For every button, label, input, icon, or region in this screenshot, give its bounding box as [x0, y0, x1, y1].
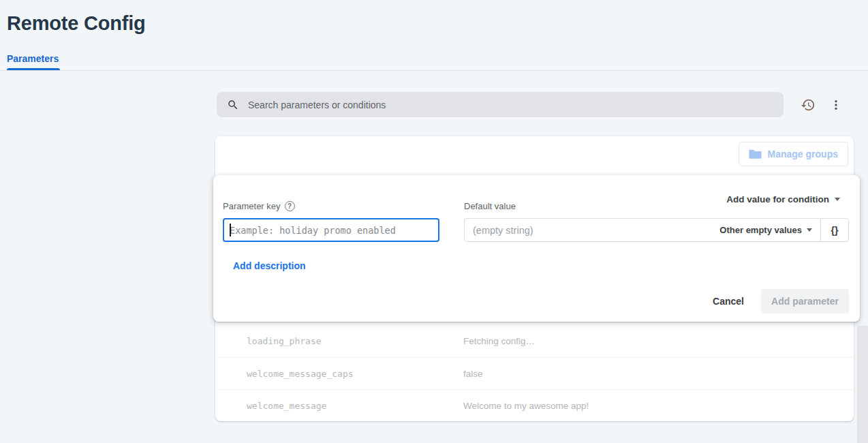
add-value-for-condition-dropdown[interactable]: Add value for condition [726, 194, 840, 204]
search-input[interactable] [248, 92, 784, 117]
vertical-scrollbar[interactable] [857, 326, 868, 443]
table-row[interactable]: welcome_message Welcome to my awesome ap… [215, 389, 854, 421]
page-title: Remote Config [7, 12, 146, 35]
chevron-down-icon [835, 198, 840, 201]
help-icon[interactable]: ? [285, 201, 295, 211]
parameter-key-label-text: Parameter key [223, 201, 281, 211]
cancel-button[interactable]: Cancel [713, 296, 744, 307]
change-history-button[interactable] [799, 95, 818, 114]
parameter-key-input[interactable] [224, 219, 438, 241]
other-empty-values-label: Other empty values [719, 225, 802, 235]
add-description-link[interactable]: Add description [233, 260, 306, 271]
parameters-table: loading_phrase Fetching config… welcome_… [215, 325, 854, 421]
add-parameter-dialog: Parameter key ? Default value Add value … [213, 175, 860, 322]
default-value-label: Default value [464, 201, 516, 211]
manage-groups-label: Manage groups [768, 149, 838, 159]
default-value-input[interactable] [465, 219, 711, 241]
table-row[interactable]: loading_phrase Fetching config… [215, 325, 854, 357]
parameter-key-field [223, 218, 439, 242]
overflow-menu-button[interactable] [826, 95, 846, 114]
manage-groups-button[interactable]: Manage groups [739, 142, 848, 166]
parameter-value-cell: Welcome to my awesome app! [463, 401, 589, 411]
search-icon [227, 99, 239, 111]
table-row[interactable]: welcome_message_caps false [215, 357, 854, 389]
history-icon [801, 97, 816, 112]
folder-icon [749, 149, 762, 159]
search-bar[interactable] [217, 92, 784, 117]
add-parameter-button[interactable]: Add parameter [761, 289, 849, 314]
kebab-menu-icon [829, 97, 843, 112]
open-json-editor-button[interactable]: {} [820, 219, 848, 241]
parameter-key-cell: welcome_message_caps [247, 369, 463, 379]
chevron-down-icon [807, 228, 812, 232]
parameter-key-cell: welcome_message [247, 401, 463, 411]
text-cursor [230, 224, 231, 236]
parameter-value-cell: false [463, 369, 483, 379]
header-divider [0, 70, 868, 71]
tab-parameters[interactable]: Parameters [7, 53, 59, 64]
parameter-value-cell: Fetching config… [463, 336, 535, 346]
parameter-key-label: Parameter key ? [223, 201, 295, 211]
default-value-field: Other empty values {} [464, 218, 849, 242]
other-empty-values-dropdown[interactable]: Other empty values [711, 219, 820, 241]
add-value-for-condition-label: Add value for condition [726, 194, 829, 204]
parameter-key-cell: loading_phrase [247, 336, 463, 346]
